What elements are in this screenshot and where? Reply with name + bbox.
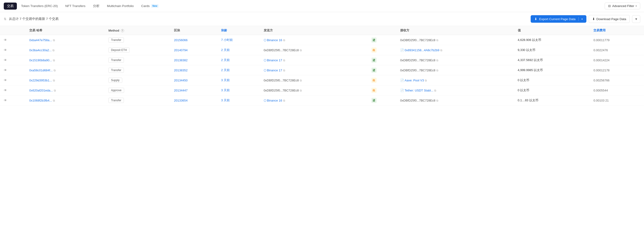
to-link[interactable]: Tether: USDT Stabl... <box>405 89 434 92</box>
value-text: 4,999.9985 以太币 <box>518 68 543 72</box>
value-text: 4,628.906 以太币 <box>518 38 541 42</box>
tx-hash-link[interactable]: 0x229d3953b1... <box>29 79 52 82</box>
from-addr: 0xDBfD25f0...7BC728Ec8 <box>264 89 299 92</box>
to-addr: 0xDBfD25f0...7BC728Ec8 <box>400 58 435 62</box>
copy-icon[interactable]: ⧉ <box>52 49 54 52</box>
tab-multichain[interactable]: Multichain Portfolio <box>104 3 137 9</box>
copy-icon[interactable]: ⧉ <box>53 99 55 102</box>
fee-text: 0.0005544 <box>594 89 608 92</box>
to-link[interactable]: 0x89341158...4A8c7b2b9 <box>405 48 439 52</box>
filter-icon: ▼ <box>635 17 638 21</box>
filter-button[interactable]: ▼ <box>632 15 640 23</box>
from-link[interactable]: Binance 16 <box>267 99 282 102</box>
fee-text: 0.00014224 <box>594 58 610 62</box>
table-row: 👁0x15190b8a90...⧉Transfer201383822 天前⬡Bi… <box>0 55 644 65</box>
method-badge: Transfer <box>108 68 124 73</box>
download-button[interactable]: ⬇ Download Page Data <box>589 15 630 23</box>
advanced-filter-button[interactable]: ⊟ Advanced Filter ▾ <box>605 2 640 9</box>
copy-icon[interactable]: ⧉ <box>436 39 438 42</box>
block-link[interactable]: 20138382 <box>174 58 188 62</box>
col-fee[interactable]: 交易费用 <box>590 26 644 35</box>
tx-hash-link[interactable]: 0xba447e758a... <box>29 38 52 42</box>
block-link[interactable]: 20138352 <box>174 68 188 72</box>
direction-badge: 出 <box>372 47 376 53</box>
tx-hash-link[interactable]: 0x620af201eda... <box>29 89 53 92</box>
copy-icon[interactable]: ⧉ <box>440 49 442 52</box>
eye-button[interactable]: 👁 <box>3 38 8 42</box>
toolbar-actions: ⬇ Export Current Page Data ▾ ⬇ Download … <box>531 15 640 23</box>
contract-icon: 📄 <box>400 79 404 82</box>
tab-nft-transfers[interactable]: NFT Transfers <box>62 3 89 9</box>
age-text: 2 天前 <box>221 48 230 52</box>
copy-icon[interactable]: ⧉ <box>53 59 55 62</box>
table-row: 👁0x229d3953b1...⧉Supply201344503 天前0xDBf… <box>0 75 644 85</box>
direction-badge: 出 <box>372 78 376 83</box>
eye-button[interactable]: 👁 <box>3 48 8 52</box>
summary-text: 从总计 7 个交易中的最新 7 个交易 <box>9 17 58 21</box>
copy-icon[interactable]: ⧉ <box>283 69 285 72</box>
to-addr: 0xDBfD25f0...7BC728Ec8 <box>400 68 435 72</box>
from-link[interactable]: Binance 17 <box>267 68 282 72</box>
eye-button[interactable]: 👁 <box>3 78 8 83</box>
eye-button[interactable]: 👁 <box>3 98 8 103</box>
direction-badge: 进 <box>372 98 376 103</box>
fee-text: 0.00012178 <box>594 68 610 72</box>
copy-icon[interactable]: ⧉ <box>53 79 55 82</box>
from-link[interactable]: Binance 16 <box>267 38 282 42</box>
tab-trade[interactable]: 交易 <box>4 2 17 9</box>
col-hash: 交易 哈希 <box>26 26 106 35</box>
copy-icon[interactable]: ⧉ <box>54 89 56 92</box>
copy-icon[interactable]: ⧉ <box>436 69 438 72</box>
copy-icon[interactable]: ⧉ <box>300 89 302 92</box>
tx-hash-link[interactable]: 0x15190b8a90... <box>29 58 52 62</box>
from-addr: 0xDBfD25f0...7BC728Ec8 <box>264 79 299 82</box>
from-link[interactable]: Binance 17 <box>267 58 282 62</box>
download-icon: ⬇ <box>592 17 595 21</box>
block-link[interactable]: 20156066 <box>174 38 188 42</box>
copy-icon[interactable]: ⧉ <box>436 99 438 102</box>
copy-icon[interactable]: ⧉ <box>425 79 427 82</box>
col-to: 接收方 <box>398 26 515 35</box>
copy-icon[interactable]: ⧉ <box>283 59 285 62</box>
fee-text: 0.00103 21 <box>594 99 609 102</box>
copy-icon[interactable]: ⧉ <box>300 79 302 82</box>
to-link[interactable]: Aave: Pool V3 <box>405 79 424 82</box>
value-text: 0 以太币 <box>518 88 530 92</box>
col-age[interactable]: 块龄 <box>218 26 261 35</box>
block-link[interactable]: 20133654 <box>174 99 188 102</box>
direction-badge: 进 <box>372 37 376 42</box>
block-link[interactable]: 20140794 <box>174 48 188 52</box>
copy-icon[interactable]: ⧉ <box>434 89 436 92</box>
copy-icon[interactable]: ⧉ <box>53 39 55 42</box>
export-button[interactable]: ⬇ Export Current Page Data ▾ <box>531 15 586 23</box>
export-icon: ⬇ <box>534 17 537 21</box>
method-badge: Transfer <box>108 98 124 103</box>
tx-hash-link[interactable]: 0xa58c01d684f... <box>29 68 53 72</box>
eye-button[interactable]: 👁 <box>3 58 8 62</box>
block-link[interactable]: 20134450 <box>174 79 188 82</box>
method-badge: Transfer <box>108 57 124 63</box>
copy-icon[interactable]: ⧉ <box>283 39 285 42</box>
eye-button[interactable]: 👁 <box>3 88 8 93</box>
copy-icon[interactable]: ⧉ <box>436 59 438 62</box>
copy-icon[interactable]: ⧉ <box>300 49 302 52</box>
age-text: 2 天前 <box>221 68 230 72</box>
tx-hash-link[interactable]: 0x1068f2b3fb4... <box>29 99 52 102</box>
tab-analytics[interactable]: 分析 <box>90 2 103 9</box>
table-row: 👁0xa58c01d684f...⧉Transfer201383522 天前⬡B… <box>0 65 644 75</box>
top-navigation: 交易 Token Transfers (ERC-20) NFT Transfer… <box>0 0 644 12</box>
copy-icon[interactable]: ⧉ <box>283 99 285 102</box>
col-arrow <box>368 26 398 35</box>
tx-hash-link[interactable]: 0x3ba4cc30a2... <box>29 48 52 52</box>
block-link[interactable]: 20134447 <box>174 89 188 92</box>
value-text: 9,330 以太币 <box>518 48 535 52</box>
copy-icon[interactable]: ⧉ <box>54 69 56 72</box>
tab-token-transfers[interactable]: Token Transfers (ERC-20) <box>18 3 61 9</box>
value-text: 0 以太币 <box>518 78 530 82</box>
eye-button[interactable]: 👁 <box>3 68 8 72</box>
to-addr: 0xDBfD25f0...7BC728Ec8 <box>400 99 435 102</box>
col-value: 值 <box>515 26 591 35</box>
fee-text: 0.00256766 <box>594 79 610 82</box>
tab-cards[interactable]: Cards New <box>138 3 162 9</box>
binance-icon: ⬡ <box>264 58 266 62</box>
